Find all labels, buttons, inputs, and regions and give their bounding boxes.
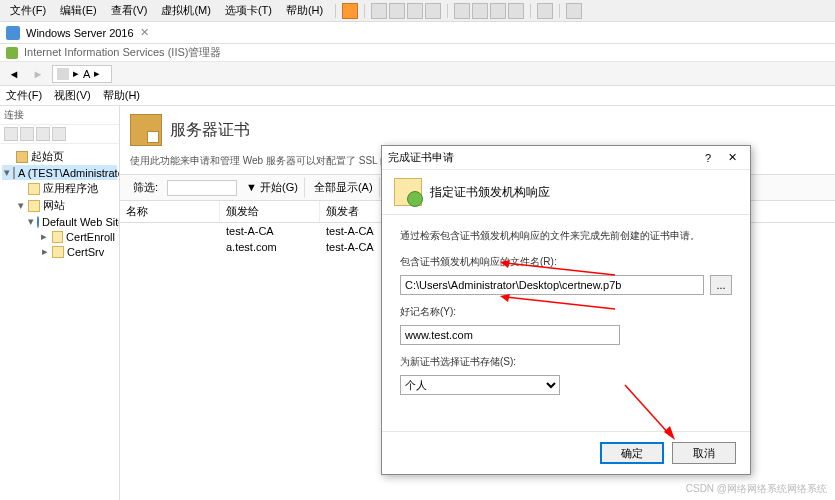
menu-vm[interactable]: 虚拟机(M) <box>155 1 217 20</box>
browse-button[interactable]: ... <box>710 275 732 295</box>
col-name[interactable]: 名称 <box>120 201 220 222</box>
iis-menu-bar: 文件(F) 视图(V) 帮助(H) <box>0 86 835 106</box>
go-button[interactable]: ▼ 开始(G) <box>239 177 305 198</box>
filter-input[interactable] <box>167 180 237 196</box>
tree-node[interactable]: 应用程序池 <box>2 180 117 197</box>
sidebar-toolbar <box>0 125 119 144</box>
tree-node[interactable]: ▾A (TEST\Administrator) <box>2 165 117 180</box>
back-button[interactable]: ◄ <box>4 65 24 83</box>
dialog-title: 完成证书申请 <box>388 150 696 165</box>
tb-icon-7[interactable] <box>490 3 506 19</box>
cert-store-select[interactable]: 个人 <box>400 375 560 395</box>
tree-label: 应用程序池 <box>43 181 98 196</box>
server-cert-icon <box>130 114 162 146</box>
vm-tab-title[interactable]: Windows Server 2016 <box>26 27 134 39</box>
expand-icon[interactable]: ▸ <box>40 245 49 258</box>
tree-label: 起始页 <box>31 149 64 164</box>
server-icon <box>57 68 69 80</box>
sidebar-tb-3[interactable] <box>36 127 50 141</box>
file-label: 包含证书颁发机构响应的文件名(R): <box>400 255 732 269</box>
iis-menu-file[interactable]: 文件(F) <box>6 88 42 103</box>
tb-icon-3[interactable] <box>407 3 423 19</box>
tb-icon-4[interactable] <box>425 3 441 19</box>
folder-icon <box>28 183 40 195</box>
dialog-subheader: 指定证书颁发机构响应 <box>382 170 750 215</box>
tb-icon-5[interactable] <box>454 3 470 19</box>
sidebar-tb-1[interactable] <box>4 127 18 141</box>
menu-file[interactable]: 文件(F) <box>4 1 52 20</box>
cert-response-icon <box>394 178 422 206</box>
sidebar-header: 连接 <box>0 106 119 125</box>
tb-icon-6[interactable] <box>472 3 488 19</box>
expand-icon[interactable]: ▾ <box>28 215 34 228</box>
store-label: 为新证书选择证书存储(S): <box>400 355 732 369</box>
menu-view[interactable]: 查看(V) <box>105 1 154 20</box>
windows-icon <box>6 26 20 40</box>
help-button[interactable]: ? <box>696 148 720 168</box>
menu-help[interactable]: 帮助(H) <box>280 1 329 20</box>
menu-edit[interactable]: 编辑(E) <box>54 1 103 20</box>
tree-label: 网站 <box>43 198 65 213</box>
addr-part-3: ▸ <box>94 67 100 80</box>
tb-icon-10[interactable] <box>566 3 582 19</box>
expand-icon[interactable]: ▾ <box>16 199 25 212</box>
forward-button[interactable]: ► <box>28 65 48 83</box>
globe-icon <box>37 216 39 228</box>
dialog-titlebar: 完成证书申请 ? ✕ <box>382 146 750 170</box>
cell: test-A-CA <box>220 223 320 239</box>
connections-tree[interactable]: 起始页▾A (TEST\Administrator)应用程序池▾网站▾Defau… <box>0 144 119 500</box>
file-input[interactable] <box>400 275 704 295</box>
sidebar-tb-4[interactable] <box>52 127 66 141</box>
vm-tab-bar: Windows Server 2016 ✕ <box>0 22 835 44</box>
cell <box>120 239 220 255</box>
tb-icon-9[interactable] <box>537 3 553 19</box>
pause-icon[interactable] <box>342 3 358 19</box>
showall-button[interactable]: 全部显示(A) <box>307 177 380 198</box>
ok-button[interactable]: 确定 <box>600 442 664 464</box>
home-icon <box>16 151 28 163</box>
iis-title: Internet Information Services (IIS)管理器 <box>24 45 221 60</box>
tb-icon-2[interactable] <box>389 3 405 19</box>
friendly-name-input[interactable] <box>400 325 620 345</box>
tree-label: A (TEST\Administrator) <box>18 167 119 179</box>
dialog-body: 通过检索包含证书颁发机构响应的文件来完成先前创建的证书申请。 包含证书颁发机构响… <box>382 215 750 431</box>
close-button[interactable]: ✕ <box>720 148 744 168</box>
filter-label: 筛选: <box>126 177 165 198</box>
tree-label: CertEnroll <box>66 231 115 243</box>
addr-part-2[interactable]: A <box>83 68 90 80</box>
tree-label: CertSrv <box>67 246 104 258</box>
sidebar-tb-2[interactable] <box>20 127 34 141</box>
cancel-button[interactable]: 取消 <box>672 442 736 464</box>
expand-icon[interactable]: ▸ <box>40 230 49 243</box>
folder-icon <box>28 200 40 212</box>
watermark: CSDN @网络网络系统网络系统 <box>686 482 827 496</box>
iis-icon <box>6 47 18 59</box>
cell <box>120 223 220 239</box>
tb-icon-1[interactable] <box>371 3 387 19</box>
addr-part-1: ▸ <box>73 67 79 80</box>
tree-label: Default Web Site <box>42 216 119 228</box>
tree-node[interactable]: ▾Default Web Site <box>2 214 117 229</box>
tb-icon-8[interactable] <box>508 3 524 19</box>
col-issuedto[interactable]: 颁发给 <box>220 201 320 222</box>
iis-title-bar: Internet Information Services (IIS)管理器 <box>0 44 835 62</box>
vm-top-menu: 文件(F) 编辑(E) 查看(V) 虚拟机(M) 选项卡(T) 帮助(H) <box>0 0 835 22</box>
tree-node[interactable]: ▸CertEnroll <box>2 229 117 244</box>
folder-icon <box>52 246 64 258</box>
menu-tabs[interactable]: 选项卡(T) <box>219 1 278 20</box>
tree-node[interactable]: 起始页 <box>2 148 117 165</box>
iis-menu-view[interactable]: 视图(V) <box>54 88 91 103</box>
tree-node[interactable]: ▸CertSrv <box>2 244 117 259</box>
dialog-intro: 通过检索包含证书颁发机构响应的文件来完成先前创建的证书申请。 <box>400 229 732 243</box>
srv-icon <box>13 167 15 179</box>
nav-toolbar: ◄ ► ▸ A ▸ <box>0 62 835 86</box>
name-label: 好记名称(Y): <box>400 305 732 319</box>
address-bar[interactable]: ▸ A ▸ <box>52 65 112 83</box>
cell: a.test.com <box>220 239 320 255</box>
tree-node[interactable]: ▾网站 <box>2 197 117 214</box>
page-title: 服务器证书 <box>170 120 250 141</box>
iis-menu-help[interactable]: 帮助(H) <box>103 88 140 103</box>
tab-close-icon[interactable]: ✕ <box>140 26 149 39</box>
expand-icon[interactable]: ▾ <box>4 166 10 179</box>
complete-cert-request-dialog: 完成证书申请 ? ✕ 指定证书颁发机构响应 通过检索包含证书颁发机构响应的文件来… <box>381 145 751 475</box>
